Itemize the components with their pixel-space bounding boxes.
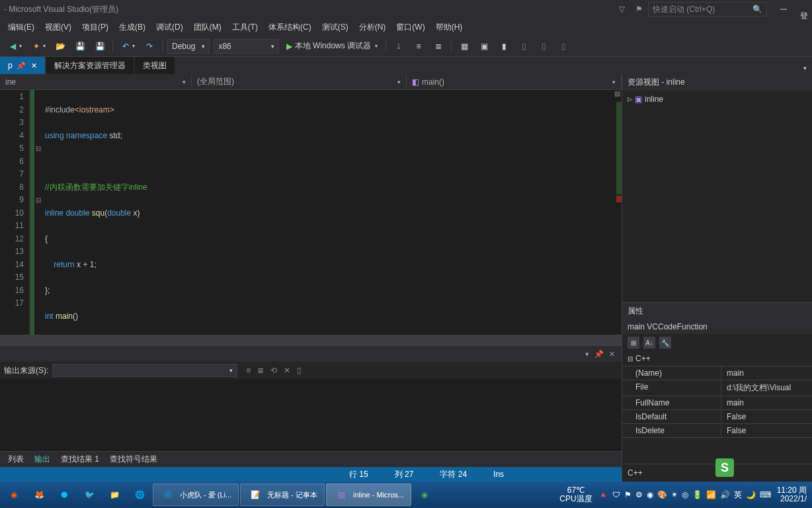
menu-test[interactable]: 测试(S) xyxy=(317,19,354,36)
tab-error-list[interactable]: 列表 xyxy=(3,452,29,467)
tray-icon[interactable]: ◎ xyxy=(682,490,688,499)
comment-button[interactable]: ≡ xyxy=(410,39,427,54)
tab-active-file[interactable]: p 📌 ✕ xyxy=(0,57,45,74)
output-btn-5[interactable]: ▯ xyxy=(294,364,305,376)
menu-build[interactable]: 生成(B) xyxy=(114,19,151,36)
minimize-button[interactable] xyxy=(772,1,795,17)
undo-button[interactable]: ↶▾ xyxy=(117,39,138,54)
taskbar-app-green[interactable]: ◉ xyxy=(413,484,436,506)
code-content[interactable]: #include<iostream> using namespace std; … xyxy=(42,90,622,335)
start-debugging-button[interactable]: ▶本地 Windows 调试器▾ xyxy=(281,38,383,54)
taskbar-notepad[interactable]: 📝无标题 - 记事本 xyxy=(240,484,325,506)
show-files-button[interactable]: ▦ xyxy=(456,39,473,54)
taskbar-clock[interactable]: 11:20 周 2022/1/ xyxy=(777,486,807,503)
tree-node-inline[interactable]: ▷ ▣ inline xyxy=(628,93,807,105)
ime-indicator[interactable]: S xyxy=(715,458,734,477)
taskbar-app-blue[interactable]: ⬢ xyxy=(52,484,76,506)
pin-icon[interactable]: 📌 xyxy=(17,62,26,70)
tray-icon[interactable]: ◉ xyxy=(647,490,653,499)
fold-gutter[interactable]: ⊟⊟ xyxy=(34,90,42,335)
taskbar-chrome[interactable]: 🌐 xyxy=(128,484,151,506)
taskbar-visual-studio[interactable]: ▧inline - Micros... xyxy=(326,484,411,506)
menu-view[interactable]: 视图(V) xyxy=(40,19,77,36)
tb-btn-b[interactable]: ▯ xyxy=(535,39,552,54)
expand-icon[interactable]: ▷ xyxy=(628,96,632,103)
feedback-icon[interactable]: ⚑ xyxy=(635,5,643,14)
config-dropdown[interactable]: Debug▾ xyxy=(167,39,210,54)
open-file-button[interactable]: 📂 xyxy=(52,39,69,54)
output-source-dropdown[interactable]: ▾ xyxy=(52,364,237,377)
bookmark-button[interactable]: ▮ xyxy=(495,39,512,54)
categorized-button[interactable]: ⊞ xyxy=(628,337,639,349)
menu-analyze[interactable]: 分析(N) xyxy=(354,19,391,36)
save-button[interactable]: 💾 xyxy=(71,39,89,54)
tb-btn-a[interactable]: ▯ xyxy=(515,39,532,54)
tray-icon[interactable]: 📶 xyxy=(706,490,716,499)
alphabetical-button[interactable]: A↓ xyxy=(643,337,655,349)
close-icon[interactable]: ✕ xyxy=(609,350,615,359)
menu-window[interactable]: 窗口(W) xyxy=(391,19,430,36)
menu-team[interactable]: 团队(M) xyxy=(188,19,227,36)
ime-lang[interactable]: 英 xyxy=(734,489,742,501)
taskbar-firefox[interactable]: 🦊 xyxy=(27,484,51,506)
menu-tools[interactable]: 工具(T) xyxy=(227,19,263,36)
menu-debug[interactable]: 调试(D) xyxy=(151,19,188,36)
taskbar-kugou[interactable]: Ⓚ小虎队 - 爱 (Li... xyxy=(153,484,239,506)
menu-help[interactable]: 帮助(H) xyxy=(430,19,468,36)
output-text[interactable] xyxy=(0,379,622,451)
menu-architecture[interactable]: 体系结构(C) xyxy=(263,19,317,36)
menu-project[interactable]: 项目(P) xyxy=(77,19,114,36)
quick-launch-input[interactable]: 快速启动 (Ctrl+Q) 🔍 xyxy=(648,2,767,17)
pin-icon[interactable]: 📌 xyxy=(594,350,604,359)
nav-member-dropdown[interactable]: ◧main()▾ xyxy=(407,74,622,89)
taskbar-explorer[interactable]: 📁 xyxy=(102,484,126,506)
tab-overflow-button[interactable]: ▾ xyxy=(798,62,812,74)
tb-btn-c[interactable]: ▯ xyxy=(555,39,572,54)
property-category[interactable]: ⊟ C++ xyxy=(622,351,812,366)
collapse-icon[interactable]: ⊟ xyxy=(628,355,633,362)
sign-in-link[interactable]: 登 xyxy=(800,11,808,22)
tab-find-symbols[interactable]: 查找符号结果 xyxy=(104,452,163,467)
uncomment-button[interactable]: ≣ xyxy=(430,39,447,54)
tray-icon[interactable]: ⚙ xyxy=(635,490,643,499)
cpu-temp[interactable]: 67℃ CPU温度 xyxy=(559,486,592,503)
nav-scope-dropdown[interactable]: (全局范围)▾ xyxy=(192,74,407,89)
tray-icon[interactable]: 🌙 xyxy=(746,490,756,499)
step-into-button[interactable]: ⤓ xyxy=(390,39,407,54)
save-all-button[interactable]: 💾 xyxy=(91,39,108,54)
property-grid[interactable]: (Name)main Filed:\我的文档\Visual FullNamema… xyxy=(622,366,812,438)
taskbar-app-bird[interactable]: 🐦 xyxy=(77,484,101,506)
taskbar-start[interactable]: ◉ xyxy=(2,484,26,506)
tray-icon[interactable]: ⌨ xyxy=(760,490,771,499)
close-icon[interactable]: ✕ xyxy=(31,62,37,70)
output-btn-3[interactable]: ⟲ xyxy=(267,364,280,376)
platform-dropdown[interactable]: x86▾ xyxy=(214,39,278,54)
split-icon[interactable]: ▤ xyxy=(612,90,622,99)
nav-project-dropdown[interactable]: ine▾ xyxy=(0,74,192,89)
code-editor[interactable]: 1234567891011121314151617 ⊟⊟ #include<io… xyxy=(0,90,622,335)
tray-icon[interactable]: ✴ xyxy=(671,490,678,499)
tab-find-results[interactable]: 查找结果 1 xyxy=(56,452,104,467)
dropdown-icon[interactable]: ▾ xyxy=(585,350,589,359)
redo-button[interactable]: ↷ xyxy=(141,39,158,54)
horizontal-scrollbar[interactable] xyxy=(0,335,622,345)
new-project-button[interactable]: ✦▾ xyxy=(28,39,49,54)
wrench-icon[interactable]: 🔧 xyxy=(659,337,671,349)
navigate-back-button[interactable]: ◀▾ xyxy=(4,39,25,54)
tab-class-view[interactable]: 类视图 xyxy=(135,57,175,74)
toggle-button[interactable]: ▣ xyxy=(475,39,493,54)
tray-icon[interactable]: 🔋 xyxy=(692,490,702,499)
output-btn-4[interactable]: ✕ xyxy=(280,364,294,376)
tray-icon[interactable]: ⚑ xyxy=(624,490,631,499)
output-btn-1[interactable]: ≡ xyxy=(243,364,254,376)
tab-output[interactable]: 输出 xyxy=(29,452,56,467)
tray-icon[interactable]: 🛡 xyxy=(612,490,620,499)
resource-tree[interactable]: ▷ ▣ inline xyxy=(622,91,812,302)
tray-icon[interactable]: 🎨 xyxy=(657,490,667,499)
notifications-icon[interactable]: ▽ xyxy=(619,5,625,14)
tab-solution-explorer[interactable]: 解决方案资源管理器 xyxy=(46,57,134,74)
menu-edit[interactable]: 编辑(E) xyxy=(3,19,40,36)
output-btn-2[interactable]: ≣ xyxy=(254,364,267,376)
tray-icon[interactable]: 🔺 xyxy=(598,490,608,499)
tray-volume-icon[interactable]: 🔊 xyxy=(720,490,730,499)
